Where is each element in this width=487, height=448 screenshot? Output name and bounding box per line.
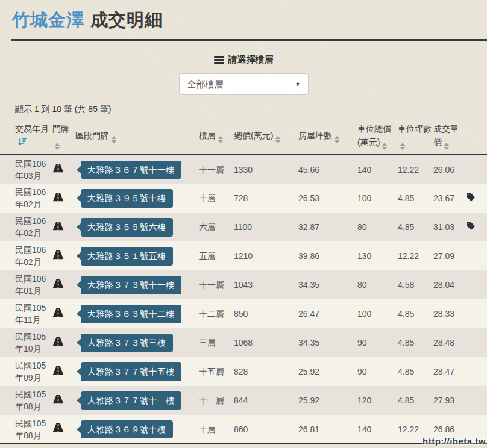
transactions-table: 交易年月 門牌 區段門牌 樓層 總價(萬元) 房屋坪數 車位總價(萬元) 車位坪… bbox=[0, 119, 487, 444]
col-header-total-price[interactable]: 總價(萬元) bbox=[234, 119, 298, 155]
col-header-road[interactable]: 門牌 bbox=[52, 119, 75, 155]
total-price-cell: 1100 bbox=[234, 213, 298, 241]
tag-cell bbox=[466, 386, 487, 415]
floor-cell: 十一層 bbox=[199, 155, 234, 184]
road-icon-cell bbox=[52, 328, 75, 357]
transaction-date: 民國105年11月 bbox=[0, 299, 52, 328]
transaction-date: 民國105年08月 bbox=[0, 386, 52, 415]
total-price-cell: 844 bbox=[234, 386, 298, 415]
transaction-date: 民國106年02月 bbox=[0, 213, 52, 241]
road-icon bbox=[52, 337, 64, 346]
road-icon bbox=[52, 423, 64, 432]
parking-price-cell: 130 bbox=[357, 241, 398, 270]
table-info: 顯示 1 到 10 筆 (共 85 筆) bbox=[15, 104, 487, 115]
col-header-date[interactable]: 交易年月 bbox=[0, 119, 52, 155]
total-price-cell: 728 bbox=[234, 184, 298, 213]
col-header-house-area[interactable]: 房屋坪數 bbox=[298, 119, 357, 155]
table-row: 民國106年02月 大雅路３５１號五樓 五層 1210 39.86 130 12… bbox=[0, 241, 487, 270]
floor-filter: 請選擇樓層 全部樓層 ▼ bbox=[0, 54, 487, 95]
house-area-cell: 25.92 bbox=[298, 386, 357, 415]
road-icon bbox=[52, 192, 64, 202]
address-badge: 大雅路３６７號十一樓 bbox=[81, 161, 181, 179]
sort-icon bbox=[218, 136, 223, 143]
parking-price-cell: 80 bbox=[357, 213, 398, 241]
transaction-date: 民國105年09月 bbox=[0, 357, 52, 386]
page-title-suffix: 成交明細 bbox=[90, 10, 163, 30]
parking-area-cell: 4.85 bbox=[398, 299, 433, 328]
tag-cell bbox=[466, 241, 487, 270]
parking-price-cell: 140 bbox=[357, 155, 398, 184]
table-row: 民國105年08月 大雅路３７７號十一樓 十一層 844 25.92 120 4… bbox=[0, 386, 487, 415]
floor-cell: 六層 bbox=[199, 213, 234, 241]
sort-icon bbox=[444, 143, 449, 150]
floor-cell: 十一層 bbox=[199, 270, 234, 299]
address-cell: 大雅路３７３號十一樓 bbox=[75, 270, 199, 299]
road-icon bbox=[52, 221, 64, 231]
col-header-address[interactable]: 區段門牌 bbox=[75, 119, 199, 155]
tag-cell bbox=[466, 155, 487, 184]
sort-icon bbox=[275, 136, 280, 143]
title-divider bbox=[11, 39, 487, 41]
road-icon-cell bbox=[52, 386, 75, 415]
address-cell: 大雅路３７７號十一樓 bbox=[75, 386, 199, 415]
transaction-date: 民國106年02月 bbox=[0, 184, 52, 213]
parking-price-cell: 120 bbox=[357, 386, 398, 415]
floor-filter-label-text: 請選擇樓層 bbox=[228, 54, 274, 66]
sort-icon bbox=[335, 136, 339, 143]
transaction-date: 民國105年10月 bbox=[0, 328, 52, 357]
total-price-cell: 828 bbox=[234, 357, 298, 386]
sort-descending-icon bbox=[17, 137, 27, 151]
parking-price-cell: 100 bbox=[357, 299, 398, 328]
floor-cell: 十層 bbox=[199, 184, 234, 213]
road-icon-cell bbox=[52, 270, 75, 299]
col-header-unit-price[interactable]: 成交單價 bbox=[433, 119, 466, 155]
table-row: 民國106年01月 大雅路３７３號十一樓 十一層 1043 34.35 80 4… bbox=[0, 270, 487, 299]
total-price-cell: 1210 bbox=[234, 241, 298, 270]
address-cell: 大雅路３７７號十五樓 bbox=[75, 357, 199, 386]
parking-area-cell: 4.85 bbox=[398, 357, 433, 386]
house-area-cell: 34.35 bbox=[298, 328, 357, 357]
address-badge: 大雅路３５１號五樓 bbox=[81, 247, 173, 265]
tag-cell bbox=[466, 184, 487, 213]
address-badge: 大雅路３７３號三樓 bbox=[81, 334, 173, 352]
tag-cell bbox=[466, 299, 487, 328]
floor-select[interactable]: 全部樓層 ▼ bbox=[179, 73, 309, 95]
road-icon bbox=[52, 366, 64, 375]
tag-cell bbox=[466, 328, 487, 357]
transaction-date: 民國106年01月 bbox=[0, 270, 52, 299]
house-area-cell: 34.35 bbox=[298, 270, 357, 299]
address-cell: 大雅路３７３號三樓 bbox=[75, 328, 199, 357]
floor-cell: 十一層 bbox=[199, 386, 234, 415]
road-icon-cell bbox=[52, 357, 75, 386]
table-row: 民國106年02月 大雅路３９５號十樓 十層 728 26.53 100 4.8… bbox=[0, 184, 487, 213]
tag-cell bbox=[466, 213, 487, 241]
transaction-date: 民國105年08月 bbox=[0, 415, 52, 444]
parking-area-cell: 4.58 bbox=[398, 270, 433, 299]
sort-icon bbox=[55, 143, 60, 150]
col-header-parking-price[interactable]: 車位總價(萬元) bbox=[357, 119, 398, 155]
transaction-date: 民國106年03月 bbox=[0, 155, 52, 184]
table-row: 民國105年10月 大雅路３７３號三樓 三層 1068 34.35 90 4.8… bbox=[0, 328, 487, 357]
parking-price-cell: 90 bbox=[357, 328, 398, 357]
tag-cell bbox=[466, 270, 487, 299]
sort-icon bbox=[112, 136, 116, 143]
transactions-body: 民國106年03月 大雅路３６７號十一樓 十一層 1330 45.66 140 … bbox=[0, 155, 487, 444]
address-cell: 大雅路３６９號十樓 bbox=[75, 415, 199, 444]
unit-price-cell: 28.48 bbox=[433, 328, 466, 357]
parking-price-cell: 90 bbox=[357, 357, 398, 386]
col-header-floor[interactable]: 樓層 bbox=[199, 119, 234, 155]
floor-cell: 三層 bbox=[199, 328, 234, 357]
hamburger-icon bbox=[214, 55, 224, 65]
table-row: 民國105年11月 大雅路３６３號十二樓 十二層 850 26.47 100 4… bbox=[0, 299, 487, 328]
road-icon-cell bbox=[52, 415, 75, 444]
road-icon bbox=[52, 308, 64, 317]
building-name: 竹城金澤 bbox=[12, 10, 84, 30]
transaction-date: 民國106年02月 bbox=[0, 241, 52, 270]
total-price-cell: 1068 bbox=[234, 328, 298, 357]
floor-cell: 十二層 bbox=[199, 299, 234, 328]
house-area-cell: 26.81 bbox=[298, 415, 357, 444]
col-header-parking-area[interactable]: 車位坪數 bbox=[398, 119, 433, 155]
house-area-cell: 39.86 bbox=[298, 241, 357, 270]
road-icon-cell bbox=[52, 241, 75, 270]
table-row: 民國106年03月 大雅路３６７號十一樓 十一層 1330 45.66 140 … bbox=[0, 155, 487, 184]
